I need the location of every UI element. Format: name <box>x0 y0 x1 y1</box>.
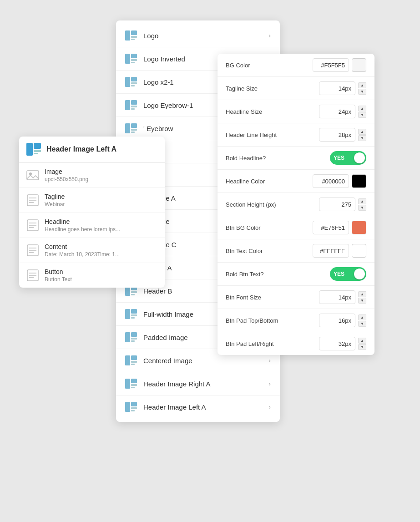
detail-item-content[interactable]: ContentDate: March 10, 2023Time: 1... <box>19 238 165 263</box>
logo-chevron-icon: › <box>268 32 271 39</box>
prop-label-header-line-height: Header Line Height <box>226 132 319 138</box>
logo-eyebrow-2-icon <box>125 123 137 133</box>
list-item-header-image-right-a[interactable]: Header Image Right A› <box>116 372 280 395</box>
stepper-down-btn-font-size[interactable]: ▼ <box>358 298 366 304</box>
prop-input-tagline-size[interactable] <box>319 81 355 95</box>
stepper-up-section-height[interactable]: ▲ <box>358 198 366 204</box>
prop-row-headline-color: Headline Color <box>218 170 374 193</box>
svg-rect-56 <box>125 355 130 365</box>
prop-label-bg-color: BG Color <box>226 62 313 69</box>
svg-rect-57 <box>131 355 137 360</box>
prop-row-btn-text-color: Btn Text Color <box>218 239 374 263</box>
stepper-down-tagline-size[interactable]: ▼ <box>358 89 366 95</box>
prop-color-input-headline-color[interactable] <box>313 174 349 188</box>
svg-rect-3 <box>131 39 135 40</box>
prop-input-btn-pad-left-right[interactable] <box>319 337 355 350</box>
detail-item-headline[interactable]: HeadlineHeadline goes here lorem ips... <box>19 213 165 238</box>
prop-color-swatch-headline-color[interactable] <box>352 174 366 188</box>
detail-item-button[interactable]: ButtonButton Text <box>19 263 165 288</box>
toggle-circle-bold-btn-text <box>354 269 365 279</box>
prop-color-swatch-bg-color[interactable] <box>352 58 366 72</box>
svg-rect-15 <box>131 108 135 110</box>
svg-rect-17 <box>131 123 137 128</box>
prop-value-group-btn-pad-top-bottom: ▲ ▼ <box>319 314 366 327</box>
svg-rect-59 <box>131 364 135 365</box>
svg-rect-60 <box>125 379 130 389</box>
svg-rect-46 <box>131 291 137 293</box>
prop-toggle-bold-headline[interactable]: YES <box>330 151 366 165</box>
header-image-left-a-icon <box>26 143 41 156</box>
svg-rect-48 <box>125 309 130 319</box>
detail-panel: Header Image Left A Imageupct-550x550.pn… <box>19 137 165 288</box>
stepper-up-tagline-size[interactable]: ▲ <box>358 82 366 88</box>
prop-color-swatch-btn-text-color[interactable] <box>352 244 366 258</box>
prop-label-headline-size: Headline Size <box>226 108 319 115</box>
stepper-up-btn-pad-top-bottom[interactable]: ▲ <box>358 314 366 320</box>
header-image-right-a-icon <box>125 379 137 389</box>
stepper-down-btn-pad-left-right[interactable]: ▼ <box>358 344 366 350</box>
svg-rect-64 <box>125 402 130 412</box>
detail-item-image-icon <box>26 169 39 182</box>
prop-input-btn-font-size[interactable] <box>319 290 355 304</box>
detail-item-tagline[interactable]: TaglineWebinar <box>19 188 165 213</box>
stepper-down-btn-pad-top-bottom[interactable]: ▼ <box>358 321 366 327</box>
stepper-up-header-line-height[interactable]: ▲ <box>358 129 366 135</box>
detail-item-button-content: ButtonButton Text <box>45 268 72 283</box>
prop-label-tagline-size: Tagline Size <box>226 85 319 92</box>
prop-value-group-btn-font-size: ▲ ▼ <box>319 290 366 304</box>
centered-image-label: Centered Image <box>143 357 262 365</box>
prop-label-btn-pad-left-right: Btn Pad Left/Right <box>226 340 319 347</box>
prop-label-btn-pad-top-bottom: Btn Pad Top/Bottom <box>226 317 319 324</box>
prop-color-input-bg-color[interactable] <box>313 58 349 72</box>
svg-rect-67 <box>131 410 135 411</box>
prop-stepper-headline-size: ▲ ▼ <box>358 106 366 118</box>
prop-input-section-height[interactable] <box>319 198 355 211</box>
detail-item-tagline-content: TaglineWebinar <box>45 193 65 208</box>
svg-rect-14 <box>131 106 137 107</box>
prop-label-btn-text-color: Btn Text Color <box>226 248 313 254</box>
prop-toggle-bold-btn-text[interactable]: YES <box>330 267 366 281</box>
toggle-circle-bold-headline <box>354 152 365 163</box>
detail-item-image-subtitle: upct-550x550.png <box>45 176 88 182</box>
prop-color-input-btn-bg-color[interactable] <box>313 221 349 234</box>
logo-x2-1-icon <box>125 77 137 87</box>
prop-label-section-height: Section Height (px) <box>226 201 319 208</box>
stepper-up-btn-font-size[interactable]: ▲ <box>358 291 366 297</box>
centered-image-chevron-icon: › <box>268 357 271 364</box>
prop-value-group-bg-color <box>313 58 366 72</box>
svg-rect-5 <box>131 54 137 58</box>
prop-row-header-line-height: Header Line Height ▲ ▼ <box>218 123 374 147</box>
prop-input-btn-pad-top-bottom[interactable] <box>319 314 355 327</box>
svg-rect-66 <box>131 407 137 409</box>
detail-item-button-subtitle: Button Text <box>45 276 72 283</box>
svg-rect-49 <box>131 309 137 314</box>
detail-item-image[interactable]: Imageupct-550x550.png <box>19 163 165 188</box>
list-item-logo[interactable]: Logo› <box>116 24 280 47</box>
prop-value-group-headline-color <box>313 174 366 188</box>
svg-rect-54 <box>131 338 137 340</box>
prop-input-header-line-height[interactable] <box>319 128 355 142</box>
svg-rect-62 <box>131 384 137 386</box>
detail-item-image-content: Imageupct-550x550.png <box>45 168 88 182</box>
header-image-left-a-chevron-icon: › <box>268 403 271 411</box>
svg-rect-51 <box>131 317 135 319</box>
stepper-down-section-height[interactable]: ▼ <box>358 205 366 211</box>
stepper-up-headline-size[interactable]: ▲ <box>358 106 366 111</box>
prop-input-headline-size[interactable] <box>319 105 355 118</box>
prop-row-btn-font-size: Btn Font Size ▲ ▼ <box>218 286 374 309</box>
detail-item-button-title: Button <box>45 268 72 275</box>
svg-rect-55 <box>131 340 135 342</box>
prop-color-swatch-btn-bg-color[interactable] <box>352 221 366 234</box>
svg-rect-13 <box>131 100 137 105</box>
stepper-down-header-line-height[interactable]: ▼ <box>358 135 366 141</box>
prop-stepper-btn-pad-left-right: ▲ ▼ <box>358 338 366 350</box>
stepper-up-btn-pad-left-right[interactable]: ▲ <box>358 338 366 344</box>
svg-rect-11 <box>131 85 135 86</box>
prop-color-input-btn-text-color[interactable] <box>313 244 349 258</box>
prop-stepper-section-height: ▲ ▼ <box>358 198 366 211</box>
prop-value-group-btn-pad-left-right: ▲ ▼ <box>319 337 366 350</box>
list-item-header-image-left-a[interactable]: Header Image Left A› <box>116 395 280 418</box>
detail-item-content-icon <box>26 244 39 257</box>
stepper-down-headline-size[interactable]: ▼ <box>358 112 366 118</box>
detail-item-tagline-subtitle: Webinar <box>45 201 65 208</box>
